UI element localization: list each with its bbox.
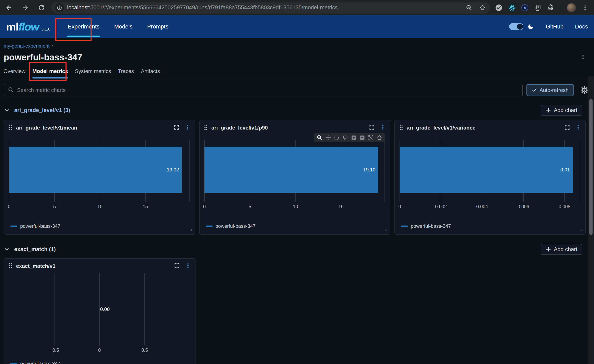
chart-legend[interactable]: powerful-bass-347	[10, 223, 60, 229]
expand-chart-icon[interactable]	[174, 263, 180, 270]
expand-chart-icon[interactable]	[369, 124, 375, 131]
x-tick-label: 0.008	[559, 204, 570, 209]
mlflow-logo[interactable]: mlflow 3.1.0	[6, 20, 50, 33]
x-tick-label: 15	[338, 204, 344, 209]
chart-card-actions	[369, 124, 385, 131]
url-text: localhost:5001/#/experiments/55666642502…	[67, 5, 462, 11]
theme-toggle[interactable]	[509, 23, 523, 30]
legend-swatch	[401, 226, 408, 227]
tab-model-metrics[interactable]: Model metrics	[32, 68, 68, 79]
resize-handle-icon[interactable]	[384, 227, 388, 232]
plot-area[interactable]: 0.01	[400, 140, 580, 202]
resize-handle-icon[interactable]	[188, 227, 192, 232]
section-exact-match[interactable]: exact_match (1)	[4, 246, 56, 253]
reset-axes-home-icon[interactable]	[376, 135, 383, 141]
nav-prompts[interactable]: Prompts	[147, 15, 168, 38]
chart-title: exact_match/v1	[16, 263, 55, 269]
x-tick-label: 5	[53, 204, 56, 209]
add-chart-label: Add chart	[554, 246, 577, 253]
add-chart-button[interactable]: Add chart	[541, 244, 582, 255]
scrollbar-thumb[interactable]	[589, 99, 593, 235]
browser-menu-icon[interactable]	[581, 4, 589, 12]
chart-menu-icon[interactable]	[185, 263, 191, 270]
nav-label: Models	[114, 23, 132, 30]
drag-handle-icon[interactable]	[8, 124, 13, 131]
breadcrumb-experiment-link[interactable]: my-genai-experiment	[4, 43, 49, 49]
chart-title: ari_grade_level/v1/mean	[16, 125, 77, 131]
search-metric-charts[interactable]	[4, 84, 523, 96]
run-actions-menu-icon[interactable]	[580, 54, 586, 61]
x-tick-label: 10	[293, 204, 298, 209]
tab-artifacts[interactable]: Artifacts	[141, 68, 160, 79]
chart-menu-icon[interactable]	[185, 124, 190, 131]
header-nav: ExperimentsModelsPrompts	[68, 15, 169, 38]
chart-card-variance: ari_grade_level/v1/variance0.0100.0020.0…	[394, 120, 586, 235]
extension-a-icon[interactable]: A	[521, 4, 529, 12]
chart-legend[interactable]: powerful-bass-347	[401, 223, 451, 229]
chart-card-exact-match: exact_match/v10.00−0.500.5powerful-bass-…	[4, 258, 196, 364]
metric-bar[interactable]: 19.02	[9, 147, 182, 193]
forward-icon[interactable]	[21, 4, 29, 12]
bookmark-star-icon[interactable]	[479, 4, 486, 12]
search-icon	[8, 87, 14, 94]
extension-clipboard-icon[interactable]	[534, 4, 542, 12]
breadcrumb-separator: ›	[52, 43, 54, 49]
reload-icon[interactable]	[37, 4, 46, 12]
expand-chart-icon[interactable]	[174, 124, 180, 131]
search-input[interactable]	[17, 87, 519, 94]
plot-area[interactable]: 0.00	[9, 273, 190, 345]
drag-handle-icon[interactable]	[399, 124, 403, 131]
extension-react-icon[interactable]	[508, 4, 516, 12]
tab-label: Traces	[118, 68, 134, 74]
x-tick-label: 0	[398, 204, 401, 209]
extension-check-icon[interactable]	[495, 4, 503, 12]
tab-overview[interactable]: Overview	[3, 68, 25, 79]
legend-swatch	[10, 226, 17, 227]
nav-experiments[interactable]: Experiments	[68, 15, 100, 38]
chart-legend[interactable]: powerful-bass-347	[206, 223, 256, 229]
site-info-icon[interactable]	[55, 3, 64, 12]
chart-legend[interactable]: powerful-bass-347	[10, 361, 60, 364]
tab-system-metrics[interactable]: System metrics	[75, 68, 111, 79]
tab-traces[interactable]: Traces	[118, 68, 134, 79]
bar-value-label: 0.01	[560, 167, 570, 173]
lasso-select-icon[interactable]	[342, 135, 348, 141]
autoscale-icon[interactable]	[368, 135, 374, 141]
check-icon	[532, 88, 537, 93]
resize-handle-icon[interactable]	[579, 227, 583, 232]
x-tick-label: 0.006	[518, 204, 529, 209]
charts-row-1: ari_grade_level/v1/mean19.02051015powerf…	[4, 120, 586, 235]
metric-bar[interactable]: 19.10	[204, 147, 378, 193]
chart-menu-icon[interactable]	[575, 124, 581, 131]
scrollbar-track[interactable]	[588, 76, 594, 364]
pan-tool-icon[interactable]	[325, 135, 331, 141]
auto-refresh-label: Auto-refresh	[540, 87, 569, 93]
plus-icon	[546, 107, 551, 113]
extensions-puzzle-icon[interactable]	[547, 4, 555, 12]
chart-menu-icon[interactable]	[380, 124, 385, 131]
section-title: ari_grade_level/v1 (3)	[14, 107, 70, 114]
github-link[interactable]: GitHub	[546, 23, 563, 30]
svg-text:A: A	[523, 6, 526, 10]
x-tick-label: 15	[143, 204, 148, 209]
zoom-out-icon[interactable]	[359, 135, 365, 141]
add-chart-button[interactable]: Add chart	[541, 105, 582, 116]
expand-chart-icon[interactable]	[564, 124, 570, 131]
metric-bar[interactable]: 0.01	[400, 147, 573, 193]
nav-models[interactable]: Models	[114, 15, 132, 38]
auto-refresh-button[interactable]: Auto-refresh	[526, 84, 574, 96]
zoom-tool-icon[interactable]	[316, 135, 323, 141]
url-path: :5001/#/experiments/556666425025977049/r…	[89, 5, 338, 11]
back-icon[interactable]	[5, 4, 13, 12]
docs-link[interactable]: Docs	[575, 23, 588, 30]
box-select-icon[interactable]	[333, 135, 340, 141]
section-ari-grade-level[interactable]: ari_grade_level/v1 (3)	[4, 107, 70, 114]
profile-avatar[interactable]	[567, 3, 576, 12]
plot-area[interactable]: 19.10	[204, 140, 385, 202]
drag-handle-icon[interactable]	[8, 262, 13, 270]
zoom-out-page-icon[interactable]	[465, 4, 473, 12]
address-bar[interactable]: localhost:5001/#/experiments/55666642502…	[51, 2, 490, 14]
drag-handle-icon[interactable]	[204, 124, 208, 131]
zoom-in-icon[interactable]	[351, 135, 357, 141]
plot-area[interactable]: 19.02	[9, 140, 189, 202]
